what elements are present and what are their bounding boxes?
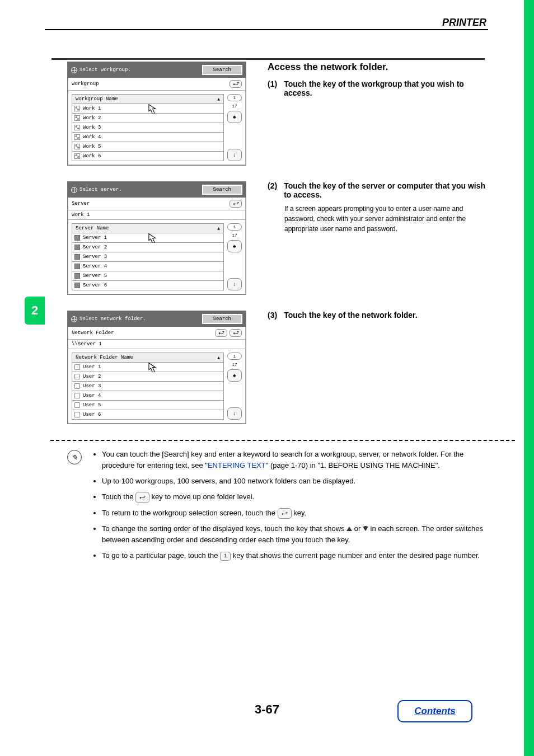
column-header[interactable]: Network Folder Name ▲ <box>72 353 224 363</box>
list-item[interactable]: Work 4 <box>72 133 224 142</box>
folder-icon <box>74 412 80 417</box>
search-button[interactable]: Search <box>202 65 242 75</box>
step-number: (3) <box>268 311 277 320</box>
note-item: To go to a particular page, touch the 1 … <box>102 550 498 561</box>
server-icon <box>74 235 80 241</box>
note-item: Touch the ⮐ key to move up one folder le… <box>102 491 498 503</box>
page-edge-stripe <box>524 0 534 756</box>
scroll-down-button[interactable]: ↓ <box>227 149 242 161</box>
panel-server: Select server. Search Server ⮐ Work 1 Se… <box>67 181 246 295</box>
breadcrumb: Server <box>72 201 90 206</box>
breadcrumb-row: Server ⮐ <box>68 198 246 210</box>
list-item[interactable]: Work 3 <box>72 123 224 133</box>
home-key-icon: ⮐ <box>278 508 292 519</box>
note-item: To return to the workgroup selection scr… <box>102 508 498 519</box>
server-icon <box>74 254 80 260</box>
network-icon <box>74 134 80 140</box>
sort-asc-icon <box>346 527 352 531</box>
scroll-down-button[interactable]: ↓ <box>227 407 242 420</box>
scroll-up-button[interactable]: ♠ <box>227 111 242 123</box>
page-indicator[interactable]: 1 <box>227 94 242 101</box>
network-icon <box>74 144 80 149</box>
list-item[interactable]: Work 5 <box>72 142 224 152</box>
list-item[interactable]: Work 6 <box>72 152 224 161</box>
up-button[interactable]: ⮐ <box>229 200 242 208</box>
column-header-label: Workgroup Name <box>76 96 118 102</box>
header-title: PRINTER <box>442 17 486 29</box>
panel-header: Select workgroup. Search <box>68 62 246 78</box>
scroll-up-button[interactable]: ♠ <box>227 369 242 382</box>
server-icon <box>74 264 80 269</box>
chapter-tab: 2 <box>25 297 45 325</box>
note-icon: ✎ <box>67 450 82 464</box>
panel-prompt: Select server. <box>79 187 122 192</box>
page-total: 17 <box>227 104 242 109</box>
path-row: \\Server 1 <box>68 340 246 349</box>
up-arrow-icon: ⮐ <box>233 201 239 207</box>
link-entering-text[interactable]: ENTERING TEXT <box>208 461 266 469</box>
folder-icon <box>74 383 80 389</box>
network-icon <box>74 106 80 111</box>
column-header-label: Network Folder Name <box>76 355 133 360</box>
panel-folder: Select network folder. Search Network Fo… <box>67 311 246 424</box>
page-indicator[interactable]: 1 <box>227 223 242 231</box>
note-item: Up to 100 workgroups, 100 servers, and 1… <box>102 476 498 487</box>
up-key-icon: ⮐ <box>135 492 149 503</box>
path-row: Work 1 <box>68 210 246 220</box>
server-icon <box>74 283 80 288</box>
list-item[interactable]: Server 5 <box>72 271 224 281</box>
list-item[interactable]: Server 2 <box>72 243 224 252</box>
list-item[interactable]: Work 1 <box>72 104 224 114</box>
list-item[interactable]: User 6 <box>72 410 224 420</box>
sort-icon: ▲ <box>217 355 220 360</box>
breadcrumb: Workgroup <box>72 81 99 87</box>
list-item[interactable]: Server 6 <box>72 281 224 290</box>
up-arrow-icon: ⮐ <box>233 81 239 87</box>
network-icon <box>74 153 80 159</box>
globe-icon <box>71 316 77 322</box>
list-item[interactable]: User 1 <box>72 363 224 372</box>
step-text: Touch the key of the network folder. <box>284 311 418 320</box>
column-header-label: Server Name <box>76 226 109 231</box>
breadcrumb-row: Network Folder ⮐ ⮐ <box>68 327 246 340</box>
network-icon <box>74 125 80 130</box>
section-heading: Access the network folder. <box>268 62 489 73</box>
search-button[interactable]: Search <box>202 185 242 195</box>
folder-icon <box>74 402 80 408</box>
column-header[interactable]: Server Name ▲ <box>72 223 224 233</box>
list-item[interactable]: Server 1 <box>72 233 224 243</box>
list-item[interactable]: User 3 <box>72 382 224 391</box>
breadcrumb: Network Folder <box>72 330 114 336</box>
scroll-down-button[interactable]: ↓ <box>227 278 242 290</box>
list-item[interactable]: Server 4 <box>72 262 224 271</box>
list-item[interactable]: Server 3 <box>72 252 224 262</box>
step-subtext: If a screen appears prompting you to ent… <box>284 204 489 234</box>
server-icon <box>74 273 80 279</box>
list-item[interactable]: User 5 <box>72 401 224 410</box>
note-list: You can touch the [Search] key and enter… <box>92 449 498 566</box>
up-button[interactable]: ⮐ <box>229 329 242 337</box>
contents-button[interactable]: Contents <box>397 700 472 722</box>
search-button[interactable]: Search <box>202 314 242 324</box>
folder-icon <box>74 374 80 379</box>
home-icon: ⮐ <box>218 330 224 336</box>
list-item[interactable]: User 4 <box>72 391 224 401</box>
divider <box>50 440 515 441</box>
step-number: (1) <box>268 79 277 97</box>
step-text: Touch the key of the workgroup that you … <box>284 79 489 97</box>
up-arrow-icon: ⮐ <box>233 330 239 336</box>
list-item[interactable]: User 2 <box>72 372 224 382</box>
folder-icon <box>74 393 80 398</box>
home-button[interactable]: ⮐ <box>215 329 227 337</box>
sort-icon: ▲ <box>217 97 220 102</box>
column-header[interactable]: Workgroup Name ▲ <box>72 94 224 104</box>
page-indicator[interactable]: 1 <box>227 353 242 360</box>
breadcrumb-row: Workgroup ⮐ <box>68 78 246 91</box>
up-button[interactable]: ⮐ <box>229 80 242 88</box>
step-text: Touch the key of the server or computer … <box>284 181 489 199</box>
globe-icon <box>71 67 77 73</box>
list-item[interactable]: Work 2 <box>72 114 224 123</box>
note-item: To change the sorting order of the displ… <box>102 523 498 546</box>
globe-icon <box>71 187 77 193</box>
scroll-up-button[interactable]: ♠ <box>227 240 242 252</box>
